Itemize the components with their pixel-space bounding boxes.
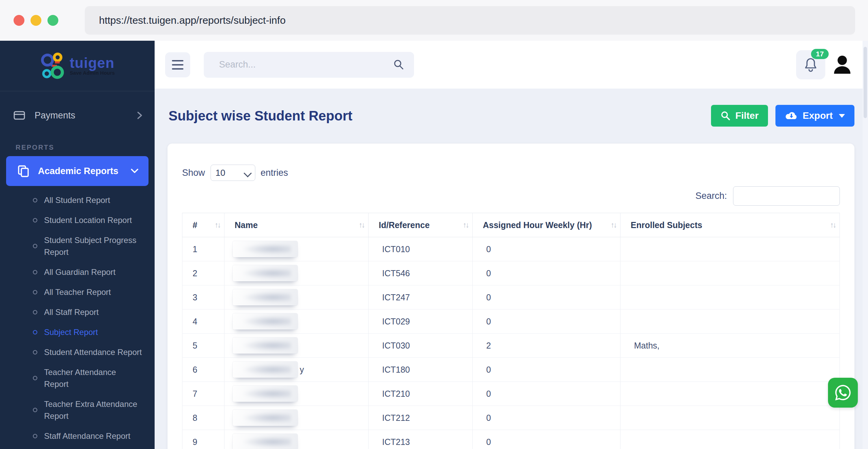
cell-enrolled-subjects [620,285,840,310]
cell-assigned-hours: 0 [473,430,620,449]
bullet-icon [33,244,37,248]
bullet-icon [33,408,37,412]
window-maximize-button[interactable] [47,15,58,26]
window-minimize-button[interactable] [31,15,41,26]
cell-assigned-hours: 0 [473,285,620,310]
search-icon[interactable] [393,59,405,70]
table-search-label: Search: [695,191,727,201]
export-button[interactable]: Export [775,105,854,127]
cell-enrolled-subjects [620,382,840,406]
cell-id-reference: ICT180 [369,358,473,382]
export-button-label: Export [803,110,833,121]
sidebar-item-academic-reports[interactable]: Academic Reports [6,156,149,186]
cell-name [224,382,369,406]
column-label: Enrolled Subjects [631,220,702,230]
topbar: 17 [155,41,868,89]
table-row: 1ICT0100 [182,237,840,261]
bullet-icon [33,330,37,334]
global-search-input[interactable] [204,52,414,78]
bullet-icon [33,310,37,314]
sidebar-subitem[interactable]: All Teacher Report [0,282,149,302]
screen: https://test.tuigen.app/reports/subject-… [0,0,868,449]
bullet-icon [33,376,37,380]
sort-icon[interactable]: ↑↓ [611,221,616,229]
cell-name [224,310,369,334]
sort-icon[interactable]: ↑↓ [359,221,364,229]
sidebar-subitem[interactable]: Subject Report [0,322,149,342]
scrollbar-thumb[interactable] [864,47,867,118]
cell-name: y [224,358,369,382]
column-header[interactable]: Enrolled Subjects↑↓ [620,213,840,237]
report-table: #↑↓Name↑↓Id/Reference↑↓Assigned Hour Wee… [182,213,840,449]
cell-assigned-hours: 0 [473,310,620,334]
sidebar-subitem[interactable]: Teacher Extra Attendance Report [0,394,149,426]
column-label: Assigned Hour Weekly (Hr) [483,220,592,230]
sidebar-subitem-label: Teacher Attendance Report [44,368,116,389]
sidebar-subitem[interactable]: Student Subject Progress Report [0,230,149,262]
cell-name [224,406,369,430]
cell-enrolled-subjects [620,406,840,430]
user-avatar[interactable] [831,53,854,76]
redacted-name [233,313,298,330]
sidebar-subitem[interactable]: Student Attendance Report [0,342,149,362]
table-search-input[interactable] [733,186,840,206]
sort-icon[interactable]: ↑↓ [463,221,468,229]
sidebar-subitem[interactable]: All Student Report [0,190,149,210]
cloud-download-icon [785,111,798,120]
sidebar-subitem[interactable]: Staff Attendance Report [0,426,149,446]
cell-id-reference: ICT010 [369,237,473,261]
filter-button[interactable]: Filter [711,105,768,127]
sidebar-section-label: REPORTS [16,144,155,151]
sidebar-item-label: Academic Reports [38,166,130,176]
sidebar-submenu: All Student ReportStudent Location Repor… [0,190,155,446]
url-bar[interactable]: https://test.tuigen.app/reports/subject-… [85,6,855,35]
column-header[interactable]: Name↑↓ [224,213,369,237]
sidebar-subitem[interactable]: Teacher Attendance Report [0,362,149,394]
hamburger-menu-button[interactable] [165,52,190,77]
cell-id-reference: ICT212 [369,406,473,430]
column-header[interactable]: #↑↓ [182,213,224,237]
bullet-icon [33,198,37,202]
sidebar-subitem-label: Staff Attendance Report [44,431,130,441]
sort-icon[interactable]: ↑↓ [215,221,220,229]
copy-pages-icon [18,165,29,177]
filter-button-label: Filter [735,110,758,121]
cell-assigned-hours: 0 [473,237,620,261]
cell-id-reference: ICT546 [369,261,473,285]
sidebar-subitem-label: Teacher Extra Attendance Report [44,399,137,420]
sort-icon[interactable]: ↑↓ [830,221,835,229]
window-close-button[interactable] [14,15,24,26]
bullet-icon [33,218,37,222]
sidebar-subitem-label: Student Location Report [44,216,132,225]
sidebar-subitem[interactable]: Student Location Report [0,210,149,230]
column-header[interactable]: Id/Reference↑↓ [369,213,473,237]
report-table-header-row: #↑↓Name↑↓Id/Reference↑↓Assigned Hour Wee… [182,213,840,237]
sidebar-subitem-label: All Student Report [44,195,110,205]
chevron-right-icon [137,111,142,120]
sidebar-item-label: Payments [35,110,137,121]
sidebar-subitem-label: All Teacher Report [44,287,111,297]
bullet-icon [33,290,37,294]
column-header[interactable]: Assigned Hour Weekly (Hr)↑↓ [473,213,620,237]
cell-enrolled-subjects [620,310,840,334]
sidebar-subitem-label: Student Attendance Report [44,348,142,357]
page-size-select[interactable]: 10 [211,165,255,181]
cell-enrolled-subjects [620,358,840,382]
sidebar-subitem[interactable]: All Guardian Report [0,262,149,282]
sidebar-subitem[interactable]: All Staff Report [0,302,149,322]
cell-row-number: 6 [182,358,224,382]
scrollbar-track [863,41,868,449]
cell-row-number: 2 [182,261,224,285]
cell-enrolled-subjects [620,261,840,285]
redacted-name [233,410,298,426]
sidebar-item-payments[interactable]: Payments [0,103,155,128]
brand-logo[interactable]: tuigen Save Admin Hours [0,41,155,91]
cell-row-number: 9 [182,430,224,449]
whatsapp-button[interactable] [828,378,858,408]
main-area: 17 Subject wise Student Report [155,41,868,449]
credit-card-icon [14,111,25,120]
table-row: 7ICT2100 [182,382,840,406]
column-label: # [193,220,197,230]
notifications-button[interactable]: 17 [796,50,825,79]
sidebar-subitem-label: All Staff Report [44,307,99,317]
